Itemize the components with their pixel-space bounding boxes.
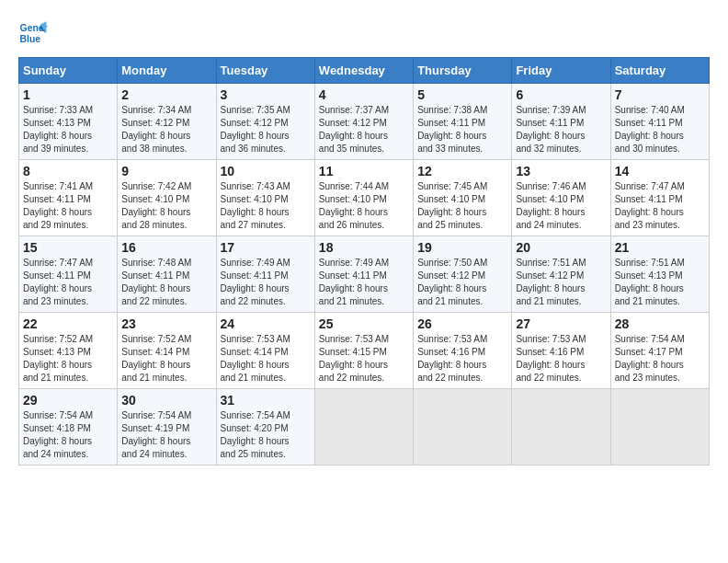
day-number: 4 <box>319 87 409 102</box>
day-info: Sunrise: 7:44 AM Sunset: 4:10 PM Dayligh… <box>319 180 409 232</box>
calendar-cell: 1Sunrise: 7:33 AM Sunset: 4:13 PM Daylig… <box>19 84 118 160</box>
day-number: 5 <box>417 87 507 102</box>
day-number: 8 <box>23 164 113 178</box>
day-info: Sunrise: 7:53 AM Sunset: 4:16 PM Dayligh… <box>516 333 606 385</box>
calendar-cell: 4Sunrise: 7:37 AM Sunset: 4:12 PM Daylig… <box>314 84 413 160</box>
day-number: 11 <box>319 164 409 178</box>
calendar-cell <box>414 389 512 465</box>
calendar-cell: 19Sunrise: 7:50 AM Sunset: 4:12 PM Dayli… <box>414 236 512 313</box>
day-info: Sunrise: 7:35 AM Sunset: 4:12 PM Dayligh… <box>221 104 311 155</box>
calendar-week-3: 15Sunrise: 7:47 AM Sunset: 4:11 PM Dayli… <box>19 236 710 313</box>
day-number: 6 <box>516 87 606 102</box>
calendar-cell: 5Sunrise: 7:38 AM Sunset: 4:11 PM Daylig… <box>414 84 512 160</box>
calendar-cell: 3Sunrise: 7:35 AM Sunset: 4:12 PM Daylig… <box>216 84 314 160</box>
day-header-sunday: Sunday <box>19 58 118 84</box>
calendar-cell: 14Sunrise: 7:47 AM Sunset: 4:11 PM Dayli… <box>610 160 709 236</box>
calendar-cell: 22Sunrise: 7:52 AM Sunset: 4:13 PM Dayli… <box>19 313 118 389</box>
day-info: Sunrise: 7:51 AM Sunset: 4:13 PM Dayligh… <box>615 257 705 308</box>
day-info: Sunrise: 7:33 AM Sunset: 4:13 PM Dayligh… <box>23 104 113 155</box>
calendar-cell <box>314 389 413 465</box>
day-info: Sunrise: 7:46 AM Sunset: 4:10 PM Dayligh… <box>516 180 606 232</box>
day-info: Sunrise: 7:51 AM Sunset: 4:12 PM Dayligh… <box>516 257 606 308</box>
day-info: Sunrise: 7:47 AM Sunset: 4:11 PM Dayligh… <box>615 180 705 232</box>
day-number: 15 <box>23 240 113 255</box>
calendar-cell: 30Sunrise: 7:54 AM Sunset: 4:19 PM Dayli… <box>118 389 216 465</box>
day-info: Sunrise: 7:50 AM Sunset: 4:12 PM Dayligh… <box>417 257 507 308</box>
day-number: 26 <box>417 316 507 331</box>
calendar-cell: 2Sunrise: 7:34 AM Sunset: 4:12 PM Daylig… <box>118 84 216 160</box>
calendar-cell: 25Sunrise: 7:53 AM Sunset: 4:15 PM Dayli… <box>314 313 413 389</box>
day-info: Sunrise: 7:43 AM Sunset: 4:10 PM Dayligh… <box>221 180 311 232</box>
day-number: 22 <box>23 316 113 331</box>
day-info: Sunrise: 7:42 AM Sunset: 4:10 PM Dayligh… <box>121 180 211 232</box>
day-number: 1 <box>23 87 113 102</box>
day-header-monday: Monday <box>118 58 216 84</box>
day-info: Sunrise: 7:54 AM Sunset: 4:17 PM Dayligh… <box>615 333 705 385</box>
calendar-cell: 23Sunrise: 7:52 AM Sunset: 4:14 PM Dayli… <box>118 313 216 389</box>
calendar-cell: 13Sunrise: 7:46 AM Sunset: 4:10 PM Dayli… <box>512 160 610 236</box>
day-header-friday: Friday <box>512 58 610 84</box>
day-info: Sunrise: 7:53 AM Sunset: 4:16 PM Dayligh… <box>417 333 507 385</box>
day-info: Sunrise: 7:54 AM Sunset: 4:18 PM Dayligh… <box>23 409 113 461</box>
day-number: 28 <box>615 316 705 331</box>
calendar-week-4: 22Sunrise: 7:52 AM Sunset: 4:13 PM Dayli… <box>19 313 710 389</box>
day-info: Sunrise: 7:38 AM Sunset: 4:11 PM Dayligh… <box>417 104 507 155</box>
day-header-saturday: Saturday <box>610 58 709 84</box>
day-number: 27 <box>516 316 606 331</box>
calendar-cell: 28Sunrise: 7:54 AM Sunset: 4:17 PM Dayli… <box>610 313 709 389</box>
logo-icon: General Blue <box>18 18 48 48</box>
day-number: 24 <box>221 316 311 331</box>
calendar-week-1: 1Sunrise: 7:33 AM Sunset: 4:13 PM Daylig… <box>19 84 710 160</box>
day-number: 10 <box>221 164 311 178</box>
day-header-wednesday: Wednesday <box>314 58 413 84</box>
day-number: 12 <box>417 164 507 178</box>
day-info: Sunrise: 7:52 AM Sunset: 4:14 PM Dayligh… <box>121 333 211 385</box>
day-number: 21 <box>615 240 705 255</box>
calendar-cell: 29Sunrise: 7:54 AM Sunset: 4:18 PM Dayli… <box>19 389 118 465</box>
day-number: 9 <box>121 164 211 178</box>
day-info: Sunrise: 7:39 AM Sunset: 4:11 PM Dayligh… <box>516 104 606 155</box>
logo: General Blue <box>18 18 51 48</box>
day-number: 23 <box>121 316 211 331</box>
day-number: 17 <box>221 240 311 255</box>
page-header: General Blue <box>18 18 710 48</box>
calendar-cell: 21Sunrise: 7:51 AM Sunset: 4:13 PM Dayli… <box>610 236 709 313</box>
calendar-header-row: SundayMondayTuesdayWednesdayThursdayFrid… <box>19 58 710 84</box>
day-number: 2 <box>121 87 211 102</box>
day-info: Sunrise: 7:37 AM Sunset: 4:12 PM Dayligh… <box>319 104 409 155</box>
calendar-cell <box>512 389 610 465</box>
calendar-cell: 20Sunrise: 7:51 AM Sunset: 4:12 PM Dayli… <box>512 236 610 313</box>
day-number: 7 <box>615 87 705 102</box>
day-header-thursday: Thursday <box>414 58 512 84</box>
calendar-table: SundayMondayTuesdayWednesdayThursdayFrid… <box>18 57 710 465</box>
day-number: 25 <box>319 316 409 331</box>
day-info: Sunrise: 7:34 AM Sunset: 4:12 PM Dayligh… <box>121 104 211 155</box>
day-info: Sunrise: 7:54 AM Sunset: 4:19 PM Dayligh… <box>121 409 211 461</box>
calendar-cell: 24Sunrise: 7:53 AM Sunset: 4:14 PM Dayli… <box>216 313 314 389</box>
calendar-cell: 12Sunrise: 7:45 AM Sunset: 4:10 PM Dayli… <box>414 160 512 236</box>
day-info: Sunrise: 7:45 AM Sunset: 4:10 PM Dayligh… <box>417 180 507 232</box>
calendar-cell: 7Sunrise: 7:40 AM Sunset: 4:11 PM Daylig… <box>610 84 709 160</box>
day-number: 14 <box>615 164 705 178</box>
calendar-cell: 9Sunrise: 7:42 AM Sunset: 4:10 PM Daylig… <box>118 160 216 236</box>
calendar-cell: 26Sunrise: 7:53 AM Sunset: 4:16 PM Dayli… <box>414 313 512 389</box>
day-number: 3 <box>221 87 311 102</box>
day-info: Sunrise: 7:53 AM Sunset: 4:14 PM Dayligh… <box>221 333 311 385</box>
calendar-cell: 15Sunrise: 7:47 AM Sunset: 4:11 PM Dayli… <box>19 236 118 313</box>
calendar-cell: 27Sunrise: 7:53 AM Sunset: 4:16 PM Dayli… <box>512 313 610 389</box>
calendar-cell: 6Sunrise: 7:39 AM Sunset: 4:11 PM Daylig… <box>512 84 610 160</box>
day-number: 20 <box>516 240 606 255</box>
calendar-cell: 10Sunrise: 7:43 AM Sunset: 4:10 PM Dayli… <box>216 160 314 236</box>
day-info: Sunrise: 7:49 AM Sunset: 4:11 PM Dayligh… <box>319 257 409 308</box>
calendar-cell: 11Sunrise: 7:44 AM Sunset: 4:10 PM Dayli… <box>314 160 413 236</box>
day-info: Sunrise: 7:53 AM Sunset: 4:15 PM Dayligh… <box>319 333 409 385</box>
day-number: 18 <box>319 240 409 255</box>
day-info: Sunrise: 7:40 AM Sunset: 4:11 PM Dayligh… <box>615 104 705 155</box>
day-number: 31 <box>221 393 311 408</box>
svg-text:Blue: Blue <box>20 34 41 44</box>
calendar-cell <box>610 389 709 465</box>
calendar-week-5: 29Sunrise: 7:54 AM Sunset: 4:18 PM Dayli… <box>19 389 710 465</box>
day-info: Sunrise: 7:48 AM Sunset: 4:11 PM Dayligh… <box>121 257 211 308</box>
calendar-cell: 17Sunrise: 7:49 AM Sunset: 4:11 PM Dayli… <box>216 236 314 313</box>
day-info: Sunrise: 7:54 AM Sunset: 4:20 PM Dayligh… <box>221 409 311 461</box>
